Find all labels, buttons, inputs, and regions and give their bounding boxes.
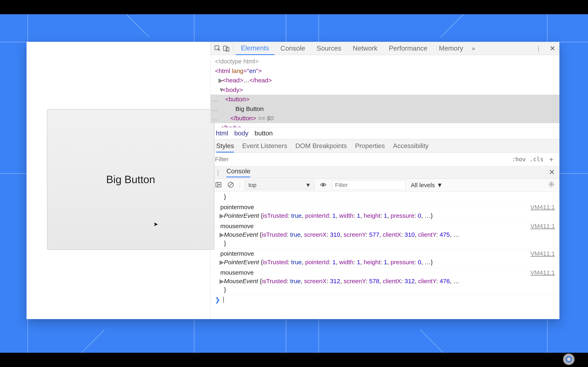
dom-body-open[interactable]: ▼<body>: [215, 85, 555, 95]
tab-sources[interactable]: Sources: [311, 42, 347, 55]
tab-network[interactable]: Network: [347, 42, 383, 55]
subtab-dom-breakpoints[interactable]: DOM Breakpoints: [295, 142, 347, 150]
log-event-name: pointermove: [220, 204, 254, 210]
divider: [233, 44, 233, 52]
close-devtools-icon[interactable]: ✕: [548, 44, 557, 52]
big-button[interactable]: Big Button: [47, 109, 214, 250]
deco-line: [120, 14, 149, 37]
log-object[interactable]: ▶MouseEvent {isTrusted: true, screenX: 3…: [220, 230, 555, 248]
inspect-icon[interactable]: [213, 44, 222, 52]
dom-button-selected[interactable]: <button>: [210, 95, 559, 104]
rendered-page: Big Button ➤: [26, 42, 210, 319]
subtab-event-listeners[interactable]: Event Listeners: [242, 142, 287, 150]
log-entry[interactable]: mousemove VM411:1 ▶MouseEvent {isTrusted…: [210, 221, 559, 249]
browser-window: Big Button ➤ Elements Console Sources Ne…: [26, 42, 559, 319]
new-style-rule-icon[interactable]: ＋: [548, 154, 555, 164]
hov-toggle[interactable]: :hov: [512, 156, 526, 163]
console-filter-input[interactable]: [332, 180, 406, 190]
dom-doctype[interactable]: <!doctype html>: [215, 57, 555, 66]
cls-toggle[interactable]: .cls: [530, 156, 544, 163]
crumb-body[interactable]: body: [234, 129, 248, 137]
clear-console-icon[interactable]: [227, 181, 234, 189]
dom-button-text[interactable]: Big Button: [210, 104, 559, 114]
close-drawer-icon[interactable]: ✕: [549, 168, 555, 176]
crumb-html[interactable]: html: [216, 129, 228, 137]
tab-performance[interactable]: Performance: [384, 42, 433, 55]
subtab-styles[interactable]: Styles: [216, 142, 234, 152]
dom-body-close[interactable]: </body>: [215, 123, 555, 127]
console-settings-icon[interactable]: [548, 181, 555, 189]
dom-tree[interactable]: <!doctype html> <html lang="en"> ▶<head>…: [210, 55, 559, 127]
more-tabs-icon[interactable]: »: [469, 44, 477, 52]
svg-rect-1: [224, 46, 227, 51]
subtab-accessibility[interactable]: Accessibility: [393, 142, 429, 150]
tab-console[interactable]: Console: [275, 42, 311, 55]
chrome-logo-icon: [563, 354, 575, 365]
kebab-menu-icon[interactable]: ⋮: [535, 44, 543, 52]
execution-context-select[interactable]: top▼: [245, 180, 314, 190]
log-source-link[interactable]: VM411:1: [530, 268, 555, 277]
dom-breadcrumb[interactable]: html body button: [210, 127, 559, 139]
deco-line: [441, 14, 470, 37]
letterbox-top: [0, 0, 588, 14]
log-object[interactable]: ▶PointerEvent {isTrusted: true, pointerI…: [220, 211, 555, 220]
svg-point-5: [322, 184, 324, 186]
log-source-link[interactable]: VM411:1: [530, 222, 555, 230]
log-object[interactable]: ▶MouseEvent {isTrusted: true, screenX: 3…: [220, 277, 555, 294]
live-expression-icon[interactable]: [320, 181, 327, 189]
drawer-tab-console[interactable]: Console: [226, 167, 250, 177]
console-drawer-tabbar: ⋮ Console ✕: [210, 166, 559, 179]
log-entry[interactable]: pointermove VM411:1 ▶PointerEvent {isTru…: [210, 202, 559, 221]
tab-elements[interactable]: Elements: [236, 42, 274, 55]
styles-tabbar: Styles Event Listeners DOM Breakpoints P…: [210, 139, 559, 153]
tab-memory[interactable]: Memory: [434, 42, 468, 55]
log-level-select[interactable]: All levels ▼: [411, 182, 443, 189]
dom-head[interactable]: ▶<head>…</head>: [215, 76, 555, 85]
letterbox-bottom: [0, 353, 588, 367]
console-output[interactable]: } pointermove VM411:1 ▶PointerEvent {isT…: [210, 192, 559, 319]
crumb-button[interactable]: button: [255, 129, 273, 137]
log-entry[interactable]: mousemove VM411:1 ▶MouseEvent {isTrusted…: [210, 267, 559, 295]
svg-point-6: [551, 183, 553, 185]
log-brace: }: [220, 192, 555, 201]
console-sidebar-toggle-icon[interactable]: [215, 181, 222, 189]
console-toolbar: top▼ All levels ▼: [210, 179, 559, 192]
devtools-panel: Elements Console Sources Network Perform…: [210, 42, 559, 319]
log-object[interactable]: ▶PointerEvent {isTrusted: true, pointerI…: [220, 258, 555, 267]
log-residual: }: [210, 192, 559, 202]
presentation-background: Big Button ➤ Elements Console Sources Ne…: [0, 14, 588, 353]
prompt-caret-icon: ❯: [215, 296, 220, 303]
console-prompt[interactable]: ❯: [210, 295, 559, 305]
styles-filter-row: :hov .cls ＋: [210, 153, 559, 166]
text-cursor: [223, 297, 224, 303]
subtab-properties[interactable]: Properties: [355, 142, 385, 150]
dom-button-close[interactable]: </button> == $0: [210, 114, 559, 123]
deco-line: [75, 330, 104, 353]
log-source-link[interactable]: VM411:1: [530, 249, 555, 258]
log-event-name: mousemove: [220, 223, 254, 229]
drawer-kebab-icon[interactable]: ⋮: [215, 169, 221, 176]
styles-filter-input[interactable]: [215, 156, 508, 163]
deco-line: [420, 330, 450, 353]
cursor-icon: ➤: [153, 221, 158, 227]
devtools-tabbar: Elements Console Sources Network Perform…: [210, 42, 559, 55]
log-source-link[interactable]: VM411:1: [530, 203, 555, 211]
dom-html-open[interactable]: <html lang="en">: [215, 66, 555, 76]
device-toggle-icon[interactable]: [222, 44, 231, 52]
log-entry[interactable]: pointermove VM411:1 ▶PointerEvent {isTru…: [210, 249, 559, 267]
log-event-name: pointermove: [220, 250, 254, 257]
log-event-name: mousemove: [220, 269, 254, 276]
